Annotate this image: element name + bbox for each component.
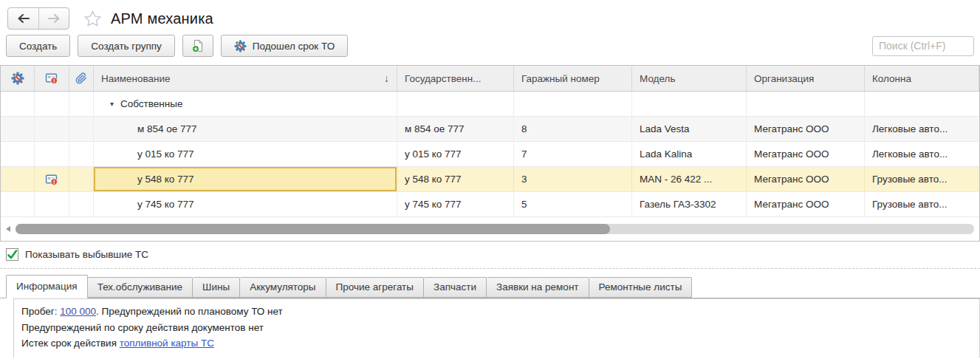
cell-warning: [35, 167, 69, 191]
expired-label: Истек срок действия: [21, 338, 120, 349]
document-plus-icon: [191, 38, 205, 53]
header-model[interactable]: Модель: [632, 66, 747, 91]
splitter-dashed-line[interactable]: [0, 268, 980, 269]
cell-model[interactable]: Газель ГАЗ-3302: [632, 192, 747, 216]
cell-gov-number[interactable]: у 745 ко 777: [397, 192, 514, 216]
nav-back-button[interactable]: [8, 8, 38, 29]
cell-model[interactable]: MAN - 26 422 ...: [632, 167, 747, 191]
cell-gov-number[interactable]: у 015 ко 777: [397, 142, 514, 166]
cell-gov-number[interactable]: у 548 ко 777: [397, 167, 514, 191]
info-line-documents: Предупреждений по сроку действия докумен…: [21, 320, 972, 336]
cell-name-selected[interactable]: у 548 ко 777: [94, 167, 397, 191]
favorite-star-icon[interactable]: [83, 10, 102, 28]
create-group-button[interactable]: Создать группу: [78, 35, 174, 57]
header-garage-number[interactable]: Гаражный номер: [514, 66, 632, 91]
table-row-selected[interactable]: у 548 ко 777 у 548 ко 777 3 MAN - 26 422…: [1, 167, 979, 192]
cell-empty: [397, 92, 514, 116]
header-column[interactable]: Колонна: [865, 66, 979, 91]
tab-information[interactable]: Информация: [6, 275, 88, 298]
tab-repair-requests[interactable]: Заявки на ремонт: [487, 277, 589, 298]
cell-empty: [1, 192, 35, 216]
arm-mechanic-window: АРМ механика Создать Создать группу: [0, 0, 980, 359]
create-button[interactable]: Создать: [6, 35, 70, 57]
search-input[interactable]: [872, 36, 974, 56]
scroll-left-arrow[interactable]: [6, 226, 10, 232]
cell-organization[interactable]: Мегатранс ООО: [747, 117, 865, 141]
tab-maintenance[interactable]: Тех.обслуживание: [88, 277, 193, 298]
scrollbar-track[interactable]: [16, 224, 974, 234]
table-header-row: Наименование ↓ Государственн... Гаражный…: [1, 66, 979, 92]
group-name-cell[interactable]: ▾ Собственные: [94, 92, 397, 116]
cell-organization[interactable]: Мегатранс ООО: [747, 167, 865, 191]
header-name-label: Наименование: [101, 73, 171, 84]
collapse-triangle-icon[interactable]: ▾: [110, 100, 114, 108]
page-title: АРМ механика: [111, 10, 213, 27]
cell-name[interactable]: у 015 ко 777: [94, 142, 397, 166]
tab-other-units[interactable]: Прочие агрегаты: [326, 277, 424, 298]
cell-empty: [1, 117, 35, 141]
header-attachments-cell[interactable]: [69, 66, 94, 91]
titlebar: АРМ механика: [0, 0, 980, 33]
warning-card-icon: [45, 72, 58, 85]
cell-gov-number[interactable]: м 854 ое 777: [397, 117, 514, 141]
cell-name[interactable]: у 745 ко 777: [94, 192, 397, 216]
tab-batteries[interactable]: Аккумуляторы: [240, 277, 326, 298]
checkmark-icon: [7, 250, 18, 260]
cell-garage-number[interactable]: 5: [514, 192, 632, 216]
vehicles-table: Наименование ↓ Государственн... Гаражный…: [0, 65, 980, 242]
cell-garage-number[interactable]: 3: [514, 167, 632, 191]
cell-empty: [1, 167, 35, 191]
cell-empty: [69, 117, 94, 141]
show-retired-checkbox-row[interactable]: Показывать выбывшие ТС: [6, 248, 148, 261]
table-row[interactable]: м 854 ое 777 м 854 ое 777 8 Lada Vesta М…: [1, 117, 979, 142]
cell-organization[interactable]: Мегатранс ООО: [747, 192, 865, 216]
table-row[interactable]: у 745 ко 777 у 745 ко 777 5 Газель ГАЗ-3…: [1, 192, 979, 217]
gear-wrench-icon: [234, 40, 247, 52]
cell-empty: [35, 142, 69, 166]
scrollbar-thumb[interactable]: [16, 224, 610, 234]
tab-spare-parts[interactable]: Запчасти: [424, 277, 487, 298]
cell-garage-number[interactable]: 8: [514, 117, 632, 141]
tab-bar: Информация Тех.обслуживание Шины Аккумул…: [0, 274, 980, 298]
checkbox-label: Показывать выбывшие ТС: [25, 249, 148, 260]
cell-column[interactable]: Легковые авто...: [865, 142, 979, 166]
fuel-card-link[interactable]: топливной карты ТС: [120, 338, 214, 349]
cell-column[interactable]: Грузовые авто...: [865, 167, 979, 191]
info-line-fuel-card: Истек срок действия топливной карты ТС: [21, 335, 972, 352]
header-name[interactable]: Наименование ↓: [94, 66, 397, 91]
paperclip-icon: [75, 72, 87, 84]
tab-repair-sheets[interactable]: Ремонтные листы: [589, 277, 693, 298]
mileage-link[interactable]: 100 000: [60, 306, 96, 317]
cell-column[interactable]: Легковые авто...: [865, 117, 979, 141]
table-row[interactable]: у 015 ко 777 у 015 ко 777 7 Lada Kalina …: [1, 142, 979, 167]
nav-button-group: [7, 7, 69, 30]
sort-descending-icon[interactable]: ↓: [384, 72, 389, 84]
cell-empty: [35, 117, 69, 141]
cell-column[interactable]: Грузовые авто...: [865, 192, 979, 216]
header-gov-number[interactable]: Государственн...: [397, 66, 514, 91]
horizontal-scrollbar: [1, 217, 979, 241]
cell-garage-number[interactable]: 7: [514, 142, 632, 166]
create-new-document-button[interactable]: [182, 35, 213, 57]
group-label: Собственные: [120, 98, 182, 109]
cell-empty: [632, 92, 747, 116]
info-line-mileage: Пробег: 100 000. Предупреждений по плано…: [21, 304, 972, 320]
cell-model[interactable]: Lada Vesta: [632, 117, 747, 141]
nav-forward-button[interactable]: [38, 8, 69, 29]
cell-name[interactable]: м 854 ое 777: [94, 117, 397, 141]
checkbox-checked[interactable]: [6, 248, 18, 261]
header-settings-cell[interactable]: [1, 66, 35, 91]
header-warning-cell[interactable]: [35, 66, 69, 91]
cell-model[interactable]: Lada Kalina: [632, 142, 747, 166]
header-organization[interactable]: Организация: [747, 66, 865, 91]
to-due-button-label: Подошел срок ТО: [253, 41, 335, 52]
to-due-button[interactable]: Подошел срок ТО: [221, 35, 348, 57]
cell-empty: [35, 192, 69, 216]
cell-empty: [69, 167, 94, 191]
cell-empty: [1, 92, 35, 116]
cell-empty: [69, 92, 94, 116]
gear-wrench-icon: [11, 72, 24, 85]
group-row-own[interactable]: ▾ Собственные: [1, 92, 979, 117]
tab-tires[interactable]: Шины: [193, 277, 240, 298]
cell-organization[interactable]: Мегатранс ООО: [747, 142, 865, 166]
